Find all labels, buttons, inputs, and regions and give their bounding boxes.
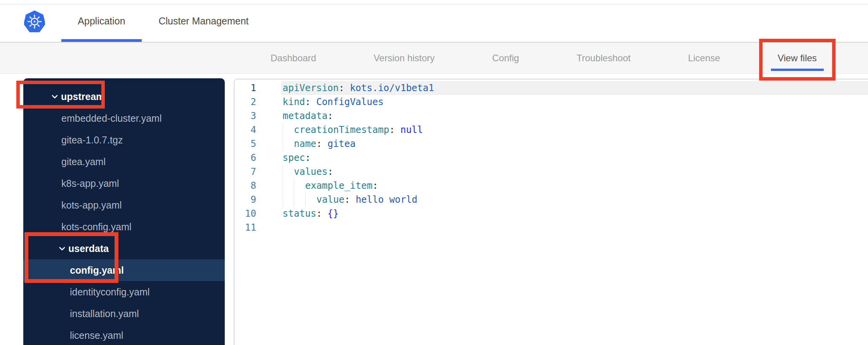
token-pun: :: [328, 109, 333, 123]
tree-file-label: gitea.yaml: [61, 156, 106, 167]
token-key: status: [283, 207, 316, 221]
token-kw: null: [401, 123, 423, 137]
indent-guide: [305, 193, 316, 207]
nav-view-files[interactable]: View files: [778, 43, 817, 73]
token-pun: :: [305, 95, 316, 109]
code-content: example_item:: [283, 179, 378, 193]
token-key: kind: [283, 95, 305, 109]
nav-dashboard-label: Dashboard: [271, 53, 316, 64]
tab-cluster-management[interactable]: Cluster Management: [153, 0, 255, 42]
tree-file-label: kots-config.yaml: [61, 221, 132, 233]
tree-file-installation-yaml[interactable]: installation.yaml: [23, 303, 225, 324]
line-number: 4: [234, 123, 256, 137]
line-number: 5: [234, 137, 256, 151]
line-number: 6: [234, 151, 256, 165]
indent-guide: [283, 137, 294, 151]
tab-cluster-management-label: Cluster Management: [158, 16, 248, 27]
tree-file-config-yaml[interactable]: config.yaml: [23, 259, 225, 281]
code-content: metadata:: [283, 109, 333, 123]
token-key: example_item: [305, 179, 372, 193]
token-val: gitea: [328, 137, 356, 151]
header-tabs: Application Cluster Management: [61, 0, 255, 42]
tree-file-label: embedded-cluster.yaml: [61, 113, 161, 124]
line-number: 7: [234, 165, 256, 179]
kubernetes-logo-icon: [24, 10, 45, 33]
nav-version-history[interactable]: Version history: [373, 43, 434, 73]
token-key: spec: [283, 151, 305, 165]
nav-license-label: License: [688, 53, 720, 64]
tree-folder-label: userdata: [68, 243, 109, 254]
tree-folder-label: upstream: [61, 91, 105, 102]
token-key: name: [294, 137, 316, 151]
nav-license[interactable]: License: [688, 43, 720, 73]
nav-view-files-label: View files: [778, 53, 817, 64]
nav-dashboard[interactable]: Dashboard: [271, 43, 316, 73]
code-line-5: 5name: gitea: [234, 137, 868, 151]
token-pun: :: [372, 179, 378, 193]
nav-config[interactable]: Config: [492, 43, 519, 73]
line-number: 10: [234, 207, 256, 221]
token-val: kots.io/v1beta1: [350, 81, 434, 95]
indent-guide: [294, 179, 305, 193]
tab-application-label: Application: [78, 16, 125, 27]
code-line-11: 11: [234, 221, 868, 235]
tree-file-kots-app-yaml[interactable]: kots-app.yaml: [23, 194, 225, 216]
tree-file-gitea-1-0-7-tgz[interactable]: gitea-1.0.7.tgz: [23, 129, 225, 151]
file-tree-sidebar: upstreamembedded-cluster.yamlgitea-1.0.7…: [23, 78, 225, 345]
tree-file-embedded-cluster-yaml[interactable]: embedded-cluster.yaml: [23, 107, 225, 129]
tab-application[interactable]: Application: [61, 0, 142, 42]
indent-guide: [283, 123, 294, 137]
tree-file-label: k8s-app.yaml: [61, 178, 119, 189]
code-line-6: 6spec:: [234, 151, 868, 165]
code-line-7: 7values:: [234, 165, 868, 179]
code-line-2: 2kind: ConfigValues: [234, 95, 868, 109]
tree-file-gitea-yaml[interactable]: gitea.yaml: [23, 151, 225, 172]
code-content: kind: ConfigValues: [283, 95, 384, 109]
tree-file-label: gitea-1.0.7.tgz: [61, 135, 123, 146]
token-key: creationTimestamp: [294, 123, 389, 137]
indent-guide: [283, 179, 294, 193]
active-tab-underline: [61, 39, 142, 42]
token-pun: :: [339, 81, 350, 95]
tree-file-kots-config-yaml[interactable]: kots-config.yaml: [23, 216, 225, 238]
tree-folder-upstream[interactable]: upstream: [23, 86, 225, 107]
tree-file-label: kots-app.yaml: [61, 200, 122, 211]
line-number: 11: [234, 221, 256, 235]
code-content: value: hello world: [283, 193, 417, 207]
token-val: ConfigValues: [316, 95, 384, 109]
code-line-1: 1apiVersion: kots.io/v1beta1: [234, 81, 868, 95]
token-key: values: [294, 165, 328, 179]
token-pun: :: [316, 137, 328, 151]
token-pun: :: [305, 151, 311, 165]
tree-file-k8s-app-yaml[interactable]: k8s-app.yaml: [23, 172, 225, 194]
indent-guide: [283, 193, 294, 207]
tree-file-license-yaml[interactable]: license.yaml: [23, 324, 225, 345]
app-header: Application Cluster Management: [0, 0, 868, 42]
token-key: metadata: [283, 109, 328, 123]
code-lines: 1apiVersion: kots.io/v1beta12kind: Confi…: [234, 81, 868, 235]
token-key: apiVersion: [283, 81, 339, 95]
line-number: 8: [234, 179, 256, 193]
nav-troubleshoot-label: Troubleshoot: [576, 53, 630, 64]
code-line-3: 3metadata:: [234, 109, 868, 123]
tree-file-label: config.yaml: [70, 265, 124, 276]
token-pun: :: [389, 123, 401, 137]
file-editor[interactable]: 1apiVersion: kots.io/v1beta12kind: Confi…: [234, 79, 868, 345]
chevron-down-icon: [52, 95, 58, 99]
tree-file-label: installation.yaml: [70, 308, 139, 319]
line-number: 1: [234, 81, 256, 95]
active-nav-underline: [771, 69, 824, 71]
code-line-9: 9value: hello world: [234, 193, 868, 207]
tree-file-identityconfig-yaml[interactable]: identityconfig.yaml: [23, 281, 225, 303]
nav-troubleshoot[interactable]: Troubleshoot: [576, 43, 630, 73]
chevron-down-icon: [59, 247, 65, 251]
indent-guide: [294, 193, 305, 207]
app-subnav: Dashboard Version history Config Trouble…: [0, 42, 868, 74]
token-key: value: [316, 193, 344, 207]
code-content: creationTimestamp: null: [283, 123, 423, 137]
tree-folder-userdata[interactable]: userdata: [23, 238, 225, 259]
code-line-4: 4creationTimestamp: null: [234, 123, 868, 137]
line-number: 2: [234, 95, 256, 109]
nav-version-history-label: Version history: [373, 53, 434, 64]
tree-file-label: identityconfig.yaml: [70, 286, 150, 298]
